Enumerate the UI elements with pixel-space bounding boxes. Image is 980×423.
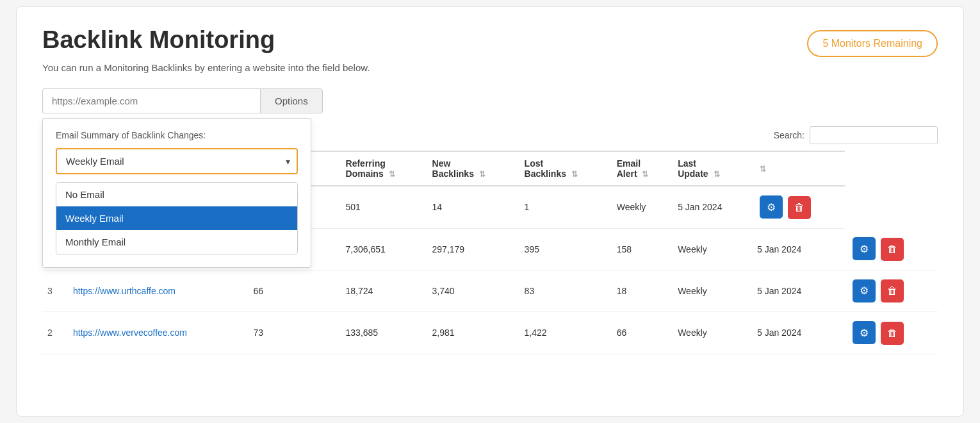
sort-icon-lost[interactable]: ⇅	[571, 170, 578, 179]
table-row: 2 https://www.vervecoffee.com 73 133,685…	[42, 312, 938, 354]
input-options-row: Options	[42, 88, 938, 113]
sort-icon-update[interactable]: ⇅	[714, 170, 720, 179]
row-actions: ⚙ 🗑	[752, 186, 845, 228]
delete-button[interactable]: 🗑	[881, 238, 904, 261]
settings-button[interactable]: ⚙	[760, 195, 783, 219]
search-label: Search:	[774, 130, 804, 140]
sort-icon-new[interactable]: ⇅	[479, 170, 486, 179]
row-backlinks: 7,306,651	[341, 228, 427, 270]
dropdown-item-no-email[interactable]: No Email	[56, 183, 297, 206]
row-last-update: 5 Jan 2024	[673, 186, 752, 228]
row-new-backlinks: 14	[427, 186, 519, 228]
col-referring-domains: ReferringDomains ⇅	[341, 151, 427, 186]
col-actions: ⇅	[752, 151, 845, 186]
domain-link[interactable]: https://www.urthcaffe.com	[73, 286, 176, 296]
row-actions: ⚙ 🗑	[845, 312, 938, 354]
row-email-alert: Weekly	[673, 312, 752, 354]
dropdown-list: No Email Weekly Email Monthly Email	[56, 182, 298, 254]
settings-button[interactable]: ⚙	[853, 237, 876, 260]
sort-icon-email[interactable]: ⇅	[642, 170, 648, 179]
row-new-backlinks: 83	[519, 270, 612, 312]
row-lost-backlinks: 18	[612, 270, 673, 312]
row-backlinks: 18,724	[341, 270, 427, 312]
settings-button[interactable]: ⚙	[853, 321, 876, 344]
input-section: Options Email Summary of Backlink Change…	[42, 88, 938, 113]
row-email-alert: Weekly	[612, 186, 673, 228]
row-lost-backlinks: 158	[612, 228, 673, 270]
row-domain: https://www.urthcaffe.com	[68, 270, 248, 312]
row-domain-strength: 66	[248, 270, 340, 312]
dropdown-panel: Email Summary of Backlink Changes: Weekl…	[42, 118, 311, 268]
page-title: Backlink Monitoring	[42, 26, 275, 54]
main-container: Backlink Monitoring 5 Monitors Remaining…	[16, 6, 964, 417]
row-actions: ⚙ 🗑	[845, 270, 938, 312]
delete-button[interactable]: 🗑	[881, 279, 904, 303]
row-referring: 2,981	[427, 312, 519, 354]
row-lost-backlinks: 1	[519, 186, 612, 228]
email-select[interactable]: Weekly Email	[56, 148, 298, 174]
select-wrapper: Weekly Email ▾	[56, 148, 298, 174]
row-domain: https://www.vervecoffee.com	[68, 312, 248, 354]
domain-link[interactable]: https://www.vervecoffee.com	[73, 328, 187, 338]
settings-button[interactable]: ⚙	[853, 279, 876, 303]
row-num: 2	[42, 312, 68, 354]
sort-icon-referring[interactable]: ⇅	[389, 170, 395, 179]
row-email-alert: Weekly	[673, 228, 752, 270]
email-summary-label: Email Summary of Backlink Changes:	[56, 130, 298, 140]
row-actions: ⚙ 🗑	[845, 228, 938, 270]
delete-button[interactable]: 🗑	[881, 322, 904, 345]
search-input[interactable]	[810, 126, 938, 144]
delete-button[interactable]: 🗑	[788, 196, 811, 219]
row-new-backlinks: 395	[519, 228, 612, 270]
row-backlinks: 133,685	[341, 312, 427, 354]
col-lost-backlinks: LostBacklinks ⇅	[519, 151, 612, 186]
row-last-update: 5 Jan 2024	[752, 228, 845, 270]
sort-icon-actions[interactable]: ⇅	[760, 165, 766, 174]
row-lost-backlinks: 66	[612, 312, 673, 354]
table-row: 3 https://www.urthcaffe.com 66 18,724 3,…	[42, 270, 938, 312]
dropdown-item-weekly-email[interactable]: Weekly Email	[56, 206, 297, 230]
row-last-update: 5 Jan 2024	[752, 312, 845, 354]
url-input[interactable]	[42, 88, 260, 113]
row-referring: 297,179	[427, 228, 519, 270]
row-num: 3	[42, 270, 68, 312]
col-email-alert: EmailAlert ⇅	[612, 151, 673, 186]
row-last-update: 5 Jan 2024	[752, 270, 845, 312]
row-referring: 501	[341, 186, 427, 228]
col-new-backlinks: NewBacklinks ⇅	[427, 151, 519, 186]
monitors-remaining-badge: 5 Monitors Remaining	[807, 30, 938, 57]
options-tab[interactable]: Options	[260, 88, 323, 113]
subtitle: You can run a Monitoring Backlinks by en…	[42, 62, 938, 73]
row-domain-strength: 73	[248, 312, 340, 354]
header-row: Backlink Monitoring 5 Monitors Remaining	[42, 26, 938, 57]
row-email-alert: Weekly	[673, 270, 752, 312]
dropdown-item-monthly-email[interactable]: Monthly Email	[56, 230, 297, 254]
row-referring: 3,740	[427, 270, 519, 312]
col-last-update: LastUpdate ⇅	[673, 151, 752, 186]
row-new-backlinks: 1,422	[519, 312, 612, 354]
